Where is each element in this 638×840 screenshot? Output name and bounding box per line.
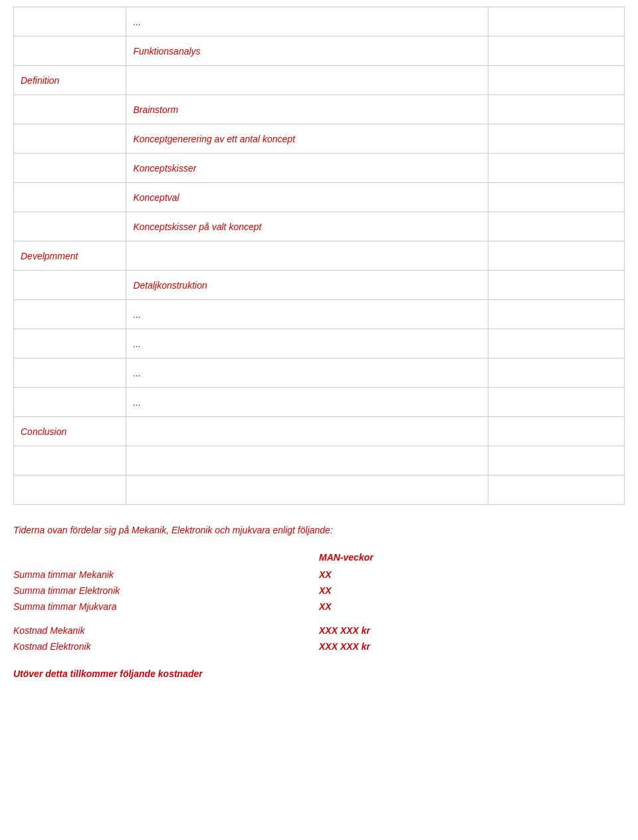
- summary-value: XX: [319, 601, 625, 612]
- summary-label: Summa timmar Mekanik: [13, 569, 319, 580]
- table-cell-5-2: [488, 154, 624, 183]
- table-cell-9-2: [488, 271, 624, 300]
- cost-label: Kostnad Elektronik: [13, 641, 319, 652]
- table-cell-4-1: Konceptgenerering av ett antal koncept: [126, 124, 488, 154]
- table-cell-15-1: [126, 446, 488, 476]
- table-cell-3-1: Brainstorm: [126, 95, 488, 124]
- table-cell-8-0: Develpmment: [14, 241, 126, 271]
- table-cell-10-0: [14, 300, 126, 329]
- table-row: Konceptskisser: [14, 154, 625, 183]
- table-cell-6-0: [14, 183, 126, 212]
- table-cell-0-2: [488, 7, 624, 37]
- table-cell-6-1: Konceptval: [126, 183, 488, 212]
- table-row: ...: [14, 7, 625, 37]
- table-row: ...: [14, 300, 625, 329]
- table-cell-1-1: Funktionsanalys: [126, 37, 488, 66]
- table-row: [14, 476, 625, 505]
- table-cell-11-1: ...: [126, 329, 488, 358]
- table-cell-15-0: [14, 446, 126, 476]
- table-cell-8-2: [488, 241, 624, 271]
- table-cell-14-1: [126, 417, 488, 446]
- summary-row: Summa timmar MekanikXX: [13, 569, 625, 580]
- table-cell-12-1: ...: [126, 358, 488, 388]
- table-cell-13-1: ...: [126, 388, 488, 417]
- cost-label: Kostnad Mekanik: [13, 625, 319, 636]
- table-cell-11-2: [488, 329, 624, 358]
- table-cell-5-0: [14, 154, 126, 183]
- summary-value: XX: [319, 585, 625, 596]
- table-cell-16-1: [126, 476, 488, 505]
- table-cell-1-0: [14, 37, 126, 66]
- table-cell-12-2: [488, 358, 624, 388]
- table-cell-6-2: [488, 183, 624, 212]
- man-header-title: MAN-veckor: [319, 552, 625, 563]
- summary-value: XX: [319, 569, 625, 580]
- table-cell-10-1: ...: [126, 300, 488, 329]
- table-row: [14, 446, 625, 476]
- summary-label: Summa timmar Mjukvara: [13, 601, 319, 612]
- table-cell-4-2: [488, 124, 624, 154]
- table-cell-9-1: Detaljkonstruktion: [126, 271, 488, 300]
- table-cell-4-0: [14, 124, 126, 154]
- man-header-row: MAN-veckor: [13, 552, 625, 563]
- cost-section: Kostnad MekanikXXX XXX krKostnad Elektro…: [13, 625, 625, 652]
- table-row: Definition: [14, 66, 625, 95]
- table-cell-11-0: [14, 329, 126, 358]
- table-cell-9-0: [14, 271, 126, 300]
- table-row: Brainstorm: [14, 95, 625, 124]
- schedule-table: ...FunktionsanalysDefinitionBrainstormKo…: [13, 7, 625, 505]
- table-row: ...: [14, 329, 625, 358]
- table-cell-2-2: [488, 66, 624, 95]
- table-cell-1-2: [488, 37, 624, 66]
- cost-row: Kostnad ElektronikXXX XXX kr: [13, 641, 625, 652]
- summary-row: Summa timmar MjukvaraXX: [13, 601, 625, 612]
- table-cell-3-0: [14, 95, 126, 124]
- table-cell-0-1: ...: [126, 7, 488, 37]
- cost-row: Kostnad MekanikXXX XXX kr: [13, 625, 625, 636]
- note-text: Tiderna ovan fördelar sig på Mekanik, El…: [13, 525, 625, 535]
- table-row: Detaljkonstruktion: [14, 271, 625, 300]
- table-row: ...: [14, 358, 625, 388]
- table-cell-7-1: Konceptskisser på valt koncept: [126, 212, 488, 241]
- table-cell-10-2: [488, 300, 624, 329]
- table-cell-15-2: [488, 446, 624, 476]
- table-cell-3-2: [488, 95, 624, 124]
- table-cell-14-2: [488, 417, 624, 446]
- summary-label: Summa timmar Elektronik: [13, 585, 319, 596]
- table-cell-16-2: [488, 476, 624, 505]
- cost-value: XXX XXX kr: [319, 625, 625, 636]
- cost-value: XXX XXX kr: [319, 641, 625, 652]
- table-cell-8-1: [126, 241, 488, 271]
- table-cell-7-0: [14, 212, 126, 241]
- summary-section: MAN-veckor Summa timmar MekanikXXSumma t…: [13, 552, 625, 612]
- table-cell-2-0: Definition: [14, 66, 126, 95]
- table-cell-13-2: [488, 388, 624, 417]
- table-row: ...: [14, 388, 625, 417]
- table-row: Konceptgenerering av ett antal koncept: [14, 124, 625, 154]
- table-row: Funktionsanalys: [14, 37, 625, 66]
- summary-row: Summa timmar ElektronikXX: [13, 585, 625, 596]
- main-table-container: ...FunktionsanalysDefinitionBrainstormKo…: [13, 7, 625, 505]
- table-cell-5-1: Konceptskisser: [126, 154, 488, 183]
- footer-note: Utöver detta tillkommer följande kostnad…: [13, 668, 625, 679]
- table-row: Conclusion: [14, 417, 625, 446]
- table-row: Konceptskisser på valt koncept: [14, 212, 625, 241]
- table-row: Konceptval: [14, 183, 625, 212]
- table-cell-12-0: [14, 358, 126, 388]
- table-cell-7-2: [488, 212, 624, 241]
- table-cell-16-0: [14, 476, 126, 505]
- table-cell-2-1: [126, 66, 488, 95]
- man-header-empty: [13, 552, 319, 563]
- table-cell-14-0: Conclusion: [14, 417, 126, 446]
- table-cell-13-0: [14, 388, 126, 417]
- table-row: Develpmment: [14, 241, 625, 271]
- table-cell-0-0: [14, 7, 126, 37]
